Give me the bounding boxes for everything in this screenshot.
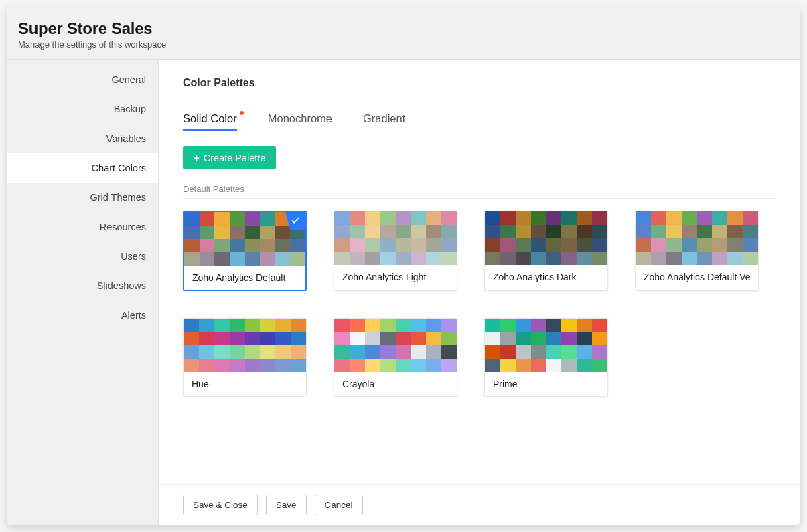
window-header: Super Store Sales Manage the settings of… [7, 7, 800, 60]
notification-dot-icon [240, 111, 244, 115]
sidebar-item-slideshows[interactable]: Slideshows [7, 271, 158, 300]
palette-swatches [334, 319, 457, 372]
cancel-button[interactable]: Cancel [315, 495, 363, 515]
palette-type-tabs: Solid ColorMonochromeGradient [183, 112, 776, 131]
palette-swatches [485, 211, 607, 265]
save-close-button[interactable]: Save & Close [183, 495, 258, 515]
create-palette-label: Create Palette [204, 153, 266, 163]
sidebar-item-variables[interactable]: Variables [7, 124, 158, 153]
settings-window: Super Store Sales Manage the settings of… [7, 7, 800, 525]
palette-card[interactable]: Prime [484, 318, 608, 397]
palette-card[interactable]: Zoho Analytics Light [334, 211, 457, 291]
page-title: Super Store Sales [18, 19, 786, 38]
palette-card[interactable]: Zoho Analytics Default Ve [635, 211, 759, 291]
sidebar-item-users[interactable]: Users [7, 242, 158, 271]
tab-solid-color[interactable]: Solid Color [183, 112, 237, 131]
sidebar-item-grid-themes[interactable]: Grid Themes [7, 183, 158, 212]
create-palette-button[interactable]: + Create Palette [183, 146, 276, 169]
main-area: Color Palettes Solid ColorMonochromeGrad… [159, 60, 800, 525]
sidebar-item-resources[interactable]: Resources [7, 212, 158, 242]
palette-group-label: Default Palettes [183, 184, 776, 199]
palette-name: Crayola [334, 372, 457, 396]
palette-grid: Zoho Analytics DefaultZoho Analytics Lig… [183, 211, 776, 397]
palette-name: Prime [485, 372, 607, 396]
settings-sidebar: GeneralBackupVariablesChart ColorsGrid T… [7, 60, 159, 525]
palette-swatches [636, 211, 758, 265]
palette-name: Zoho Analytics Default Ve [636, 265, 758, 289]
palette-card[interactable]: Zoho Analytics Dark [484, 211, 608, 291]
tab-monochrome[interactable]: Monochrome [268, 112, 332, 131]
palette-card[interactable]: Hue [183, 318, 307, 397]
footer-bar: Save & Close Save Cancel [159, 484, 800, 525]
palette-name: Zoho Analytics Dark [485, 265, 607, 289]
palette-card[interactable]: Crayola [334, 318, 457, 397]
palette-swatches [184, 319, 306, 372]
palette-name: Zoho Analytics Default [184, 266, 305, 290]
palette-swatches [485, 319, 607, 372]
save-button[interactable]: Save [266, 495, 307, 515]
palette-name: Zoho Analytics Light [334, 265, 457, 289]
page-subtitle: Manage the settings of this workspace [18, 39, 786, 50]
palette-name: Hue [184, 372, 306, 396]
palette-swatches [334, 211, 457, 265]
sidebar-item-general[interactable]: General [7, 65, 158, 94]
palette-card[interactable]: Zoho Analytics Default [183, 211, 307, 291]
palette-swatches [184, 212, 305, 266]
sidebar-item-backup[interactable]: Backup [7, 94, 158, 124]
window-body: GeneralBackupVariablesChart ColorsGrid T… [7, 60, 800, 525]
section-title: Color Palettes [183, 77, 776, 100]
plus-icon: + [194, 152, 200, 163]
sidebar-item-alerts[interactable]: Alerts [7, 300, 158, 330]
tab-gradient[interactable]: Gradient [363, 112, 405, 131]
content-area: Color Palettes Solid ColorMonochromeGrad… [159, 60, 800, 484]
sidebar-item-chart-colors[interactable]: Chart Colors [7, 153, 158, 183]
